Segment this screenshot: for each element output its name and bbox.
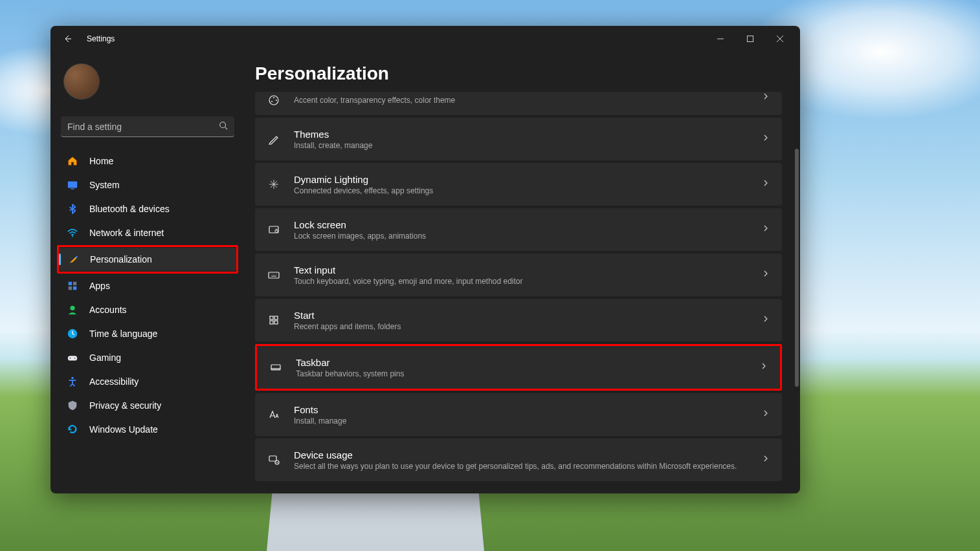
chevron-right-icon (761, 178, 770, 190)
nav-item-accounts[interactable]: Accounts (58, 298, 237, 321)
svg-rect-8 (73, 286, 76, 290)
settings-card-taskbar[interactable]: TaskbarTaskbar behaviors, system pins (257, 346, 780, 389)
svg-rect-23 (274, 316, 278, 319)
nav-list: HomeSystemBluetooth & devicesNetwork & i… (58, 149, 237, 442)
settings-card-colors[interactable]: Accent color, transparency effects, colo… (255, 92, 782, 115)
nav-item-label: System (89, 180, 120, 190)
card-title: Device usage (294, 449, 761, 460)
page-title: Personalization (255, 52, 782, 92)
nav-item-label: Privacy & security (89, 400, 161, 411)
svg-point-9 (70, 306, 74, 310)
user-avatar[interactable] (63, 63, 100, 100)
svg-point-1 (220, 122, 226, 127)
window-title: Settings (87, 34, 115, 43)
settings-card-fonts[interactable]: FontsInstall, manage (255, 393, 782, 436)
nav-item-label: Network & internet (89, 228, 164, 238)
main-content: Personalization Accent color, transparen… (245, 52, 800, 493)
svg-point-14 (71, 377, 74, 380)
svg-point-13 (74, 358, 76, 359)
back-button[interactable] (56, 27, 79, 50)
nav-item-gaming[interactable]: Gaming (58, 346, 237, 369)
search-icon (219, 121, 228, 133)
device-icon (267, 453, 281, 467)
account-icon (66, 303, 79, 316)
nav-item-network-internet[interactable]: Network & internet (58, 221, 237, 244)
nav-item-windows-update[interactable]: Windows Update (58, 418, 237, 441)
card-text: ThemesInstall, create, manage (294, 129, 761, 150)
close-button[interactable] (765, 28, 795, 49)
card-title: Text input (294, 265, 761, 276)
pen-icon (267, 132, 281, 146)
card-subtitle: Select all the ways you plan to use your… (294, 462, 761, 471)
svg-point-17 (276, 100, 277, 101)
chevron-right-icon (761, 314, 770, 326)
scrollbar[interactable] (795, 149, 799, 488)
search-box[interactable] (61, 116, 234, 137)
nav-item-home[interactable]: Home (58, 149, 237, 173)
settings-card-list: Accent color, transparency effects, colo… (255, 92, 782, 481)
card-text: Device usageSelect all the ways you plan… (294, 449, 761, 471)
card-text: Text inputTouch keyboard, voice typing, … (294, 265, 761, 286)
nav-item-privacy-security[interactable]: Privacy & security (58, 394, 237, 417)
lock-icon (267, 222, 281, 237)
card-subtitle: Accent color, transparency effects, colo… (294, 96, 761, 105)
wifi-icon (66, 226, 79, 239)
nav-item-label: Personalization (90, 254, 152, 265)
settings-card-start[interactable]: StartRecent apps and items, folders (255, 299, 782, 341)
settings-card-text-input[interactable]: Text inputTouch keyboard, voice typing, … (255, 254, 782, 296)
svg-point-12 (70, 358, 71, 359)
svg-rect-21 (269, 272, 279, 278)
bluetooth-icon (66, 202, 79, 215)
card-text: Accent color, transparency effects, colo… (294, 92, 761, 105)
chevron-right-icon (761, 92, 770, 103)
brush-icon (67, 253, 80, 266)
chevron-right-icon (761, 269, 770, 281)
svg-rect-3 (71, 188, 74, 189)
annotation-highlight: TaskbarTaskbar behaviors, system pins (255, 344, 782, 391)
nav-item-apps[interactable]: Apps (58, 274, 237, 297)
svg-rect-28 (269, 456, 276, 461)
card-subtitle: Touch keyboard, voice typing, emoji and … (294, 277, 761, 286)
svg-rect-6 (73, 282, 76, 285)
card-subtitle: Install, create, manage (294, 141, 761, 150)
chevron-right-icon (761, 133, 770, 145)
minimize-icon (717, 36, 724, 42)
nav-item-label: Accounts (89, 305, 127, 315)
titlebar: Settings (50, 26, 800, 52)
settings-card-themes[interactable]: ThemesInstall, create, manage (255, 118, 782, 160)
minimize-button[interactable] (706, 28, 735, 49)
nav-item-bluetooth-devices[interactable]: Bluetooth & devices (58, 197, 237, 221)
nav-item-time-language[interactable]: Time & language (58, 322, 237, 345)
nav-item-label: Accessibility (89, 376, 139, 387)
nav-item-personalization[interactable]: Personalization (59, 248, 236, 271)
svg-rect-2 (68, 182, 77, 188)
window-controls (706, 28, 795, 49)
nav-item-accessibility[interactable]: Accessibility (58, 370, 237, 393)
svg-point-16 (273, 97, 274, 98)
home-icon (66, 155, 79, 167)
svg-rect-22 (270, 316, 273, 319)
settings-card-dynamic-lighting[interactable]: Dynamic LightingConnected devices, effec… (255, 163, 782, 206)
arrow-left-icon (62, 34, 72, 44)
svg-point-18 (271, 101, 273, 102)
card-title: Themes (294, 129, 761, 140)
svg-rect-27 (271, 368, 280, 370)
nav-item-system[interactable]: System (58, 173, 237, 197)
svg-point-4 (72, 235, 73, 237)
keyboard-icon (267, 268, 281, 282)
maximize-button[interactable] (735, 28, 765, 49)
chevron-right-icon (761, 224, 770, 235)
start-icon (267, 313, 281, 327)
update-icon (66, 423, 79, 436)
search-input[interactable] (67, 122, 219, 132)
scrollbar-thumb[interactable] (795, 149, 799, 387)
nav-item-label: Apps (89, 281, 110, 291)
system-icon (66, 178, 79, 191)
taskbar-icon (269, 360, 283, 374)
settings-card-lock-screen[interactable]: Lock screenLock screen images, apps, ani… (255, 208, 782, 251)
close-icon (777, 36, 783, 42)
time-icon (66, 327, 79, 340)
maximize-icon (747, 36, 753, 42)
card-subtitle: Taskbar behaviors, system pins (296, 369, 759, 378)
settings-card-device-usage[interactable]: Device usageSelect all the ways you plan… (255, 438, 782, 481)
